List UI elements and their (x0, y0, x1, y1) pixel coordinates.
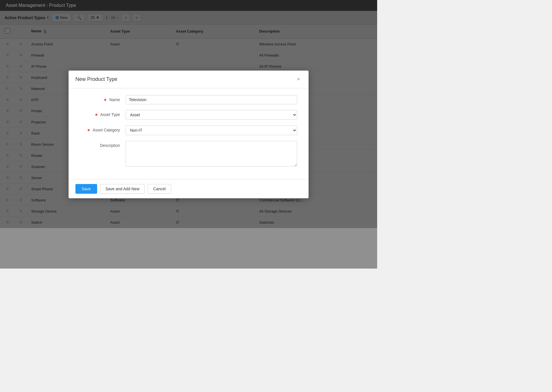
asset-category-required-indicator: ★ (87, 128, 91, 132)
asset-category-select[interactable]: ITNon-ITOther (126, 125, 297, 135)
description-label: Description (80, 141, 120, 148)
name-form-row: ★ Name (80, 95, 297, 104)
modal-header: New Product Type × (69, 71, 309, 88)
description-textarea[interactable] (126, 141, 297, 167)
modal-footer: Save Save and Add New Cancel (69, 179, 309, 198)
modal-overlay: New Product Type × ★ Name ★ Asset Type A (0, 0, 377, 269)
description-form-row: Description (80, 141, 297, 167)
save-and-add-new-button[interactable]: Save and Add New (100, 184, 145, 194)
modal-body: ★ Name ★ Asset Type AssetSoftwareService… (69, 88, 309, 179)
asset-type-select[interactable]: AssetSoftwareService (126, 110, 297, 120)
modal-title: New Product Type (75, 76, 117, 82)
name-required-indicator: ★ (103, 97, 107, 102)
name-input[interactable] (126, 95, 297, 104)
save-button[interactable]: Save (75, 184, 97, 194)
new-product-type-modal: New Product Type × ★ Name ★ Asset Type A (69, 71, 309, 198)
cancel-button[interactable]: Cancel (148, 184, 171, 194)
asset-category-label: ★ Asset Category (80, 125, 120, 132)
asset-type-form-row: ★ Asset Type AssetSoftwareService (80, 110, 297, 120)
modal-close-button[interactable]: × (295, 76, 302, 83)
asset-category-form-row: ★ Asset Category ITNon-ITOther (80, 125, 297, 135)
asset-type-label: ★ Asset Type (80, 110, 120, 117)
name-label: ★ Name (80, 95, 120, 102)
asset-type-required-indicator: ★ (95, 112, 98, 117)
